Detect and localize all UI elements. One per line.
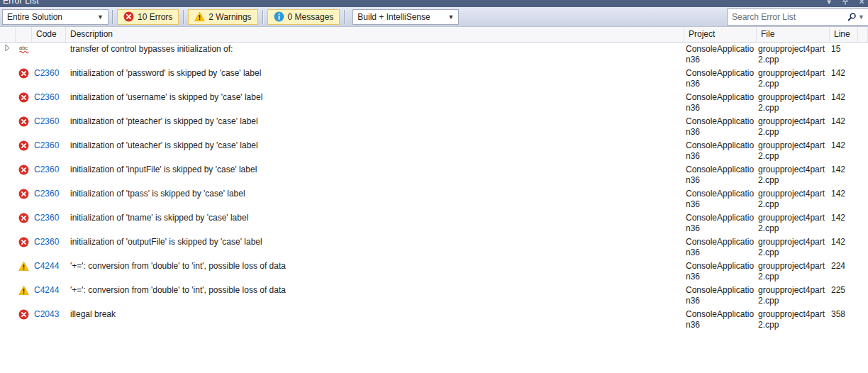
header-expander <box>0 27 16 42</box>
error-line: 142 <box>830 139 858 163</box>
error-row[interactable]: C2360initialization of 'uteacher' is ski… <box>0 139 868 163</box>
header-code[interactable]: Code <box>32 27 66 42</box>
toolbar-separator <box>344 10 345 24</box>
tool-window-titlebar[interactable]: Error List ▾ ✕ <box>0 0 868 7</box>
error-row[interactable]: C2360initialization of 'outputFile' is s… <box>0 235 868 260</box>
error-row[interactable]: C2360initialization of 'username' is ski… <box>0 91 868 115</box>
error-row[interactable]: C2360initialization of 'pteacher' is ski… <box>0 115 868 139</box>
error-row[interactable]: C4244'+=': conversion from 'double' to '… <box>0 284 868 308</box>
error-code-link[interactable]: C4244 <box>32 260 66 284</box>
error-row[interactable]: C2360initialization of 'tpass' is skippe… <box>0 187 868 211</box>
error-line: 142 <box>830 235 858 260</box>
error-line: 142 <box>830 211 858 235</box>
error-code-link[interactable]: C2360 <box>32 139 66 163</box>
error-line: 142 <box>830 115 858 139</box>
error-code-link <box>32 43 66 67</box>
messages-filter-label: 0 Messages <box>288 12 334 22</box>
row-expander <box>0 91 16 115</box>
header-file[interactable]: File <box>757 27 830 42</box>
header-line[interactable]: Line <box>830 27 858 42</box>
window-menu-caret-icon[interactable]: ▾ <box>824 0 834 6</box>
row-severity <box>16 284 32 308</box>
row-expander <box>0 163 16 187</box>
error-description: initialization of 'inputFile' is skipped… <box>66 163 684 187</box>
scope-dropdown[interactable]: Entire Solution ▼ <box>2 9 108 25</box>
error-code-link[interactable]: C2360 <box>32 67 66 91</box>
error-file: groupproject4part2.cpp <box>757 43 830 67</box>
messages-filter-button[interactable]: 0 Messages <box>267 9 340 25</box>
error-project: ConsoleApplication36 <box>684 235 757 260</box>
error-icon <box>18 237 29 247</box>
toolbar-separator <box>262 10 263 24</box>
search-input[interactable] <box>728 12 847 22</box>
error-row[interactable]: C2043illegal breakConsoleApplication36gr… <box>0 308 868 332</box>
row-severity <box>16 260 32 284</box>
row-expander <box>0 235 16 260</box>
error-icon <box>18 189 29 199</box>
error-code-link[interactable]: C2360 <box>32 235 66 260</box>
error-project: ConsoleApplication36 <box>684 115 757 139</box>
error-icon <box>18 165 29 175</box>
error-icon <box>123 11 134 22</box>
error-project: ConsoleApplication36 <box>684 139 757 163</box>
row-severity <box>16 235 32 260</box>
error-file: groupproject4part2.cpp <box>757 139 830 163</box>
row-expander[interactable] <box>0 43 16 67</box>
error-description: initialization of 'tpass' is skipped by … <box>66 187 684 211</box>
header-project[interactable]: Project <box>684 27 757 42</box>
warning-icon <box>194 11 205 22</box>
error-icon <box>18 68 29 79</box>
error-row[interactable]: C2360initialization of 'inputFile' is sk… <box>0 163 868 187</box>
error-code-link[interactable]: C2043 <box>32 308 66 332</box>
error-code-link[interactable]: C2360 <box>32 115 66 139</box>
error-description: initialization of 'username' is skipped … <box>66 91 684 115</box>
row-expander <box>0 115 16 139</box>
row-severity <box>16 308 32 332</box>
error-code-link[interactable]: C2360 <box>32 163 66 187</box>
errors-filter-button[interactable]: 10 Errors <box>117 9 179 25</box>
row-severity <box>16 67 32 91</box>
error-row[interactable]: C2360initialization of 'tname' is skippe… <box>0 211 868 235</box>
error-description: illegal break <box>66 308 684 332</box>
error-row[interactable]: C4244'+=': conversion from 'double' to '… <box>0 260 868 284</box>
error-file: groupproject4part2.cpp <box>757 115 830 139</box>
error-line: 15 <box>830 43 858 67</box>
error-list-toolbar: Entire Solution ▼ 10 Errors 2 Warnings 0… <box>0 7 868 27</box>
error-code-link[interactable]: C4244 <box>32 284 66 308</box>
intellisense-error-icon: abc <box>18 44 30 55</box>
error-file: groupproject4part2.cpp <box>757 284 830 308</box>
error-project: ConsoleApplication36 <box>684 43 757 67</box>
error-file: groupproject4part2.cpp <box>757 91 830 115</box>
row-severity <box>16 187 32 211</box>
error-code-link[interactable]: C2360 <box>32 187 66 211</box>
error-row[interactable]: C2360initialization of 'password' is ski… <box>0 67 868 91</box>
close-icon[interactable]: ✕ <box>857 0 867 6</box>
error-file: groupproject4part2.cpp <box>757 163 830 187</box>
header-description[interactable]: Description <box>66 27 684 42</box>
error-line: 142 <box>830 187 858 211</box>
error-list-window: Error List ▾ ✕ Entire Solution ▼ 10 Erro… <box>0 0 868 373</box>
chevron-down-icon: ▼ <box>97 13 104 21</box>
error-icon <box>18 116 29 127</box>
error-row[interactable]: abctransfer of control bypasses initiali… <box>0 43 868 67</box>
error-code-link[interactable]: C2360 <box>32 211 66 235</box>
toolbar-separator <box>112 10 113 24</box>
error-description: '+=': conversion from 'double' to 'int',… <box>66 260 684 284</box>
search-icon[interactable] <box>847 12 857 22</box>
expander-icon[interactable] <box>5 44 10 52</box>
source-dropdown[interactable]: Build + IntelliSense ▼ <box>352 9 459 25</box>
pin-icon[interactable] <box>840 0 850 6</box>
warning-icon <box>18 285 29 296</box>
error-list-body: abctransfer of control bypasses initiali… <box>0 43 868 373</box>
warnings-filter-label: 2 Warnings <box>208 12 251 22</box>
search-options-caret-icon[interactable]: ▼ <box>858 13 864 21</box>
search-box: ▼ <box>727 9 868 26</box>
error-project: ConsoleApplication36 <box>684 260 757 284</box>
error-code-link[interactable]: C2360 <box>32 91 66 115</box>
row-severity <box>16 139 32 163</box>
error-icon <box>18 92 29 103</box>
window-title: Error List <box>3 0 39 6</box>
error-file: groupproject4part2.cpp <box>757 308 830 332</box>
error-line: 142 <box>830 91 858 115</box>
warnings-filter-button[interactable]: 2 Warnings <box>188 9 257 25</box>
